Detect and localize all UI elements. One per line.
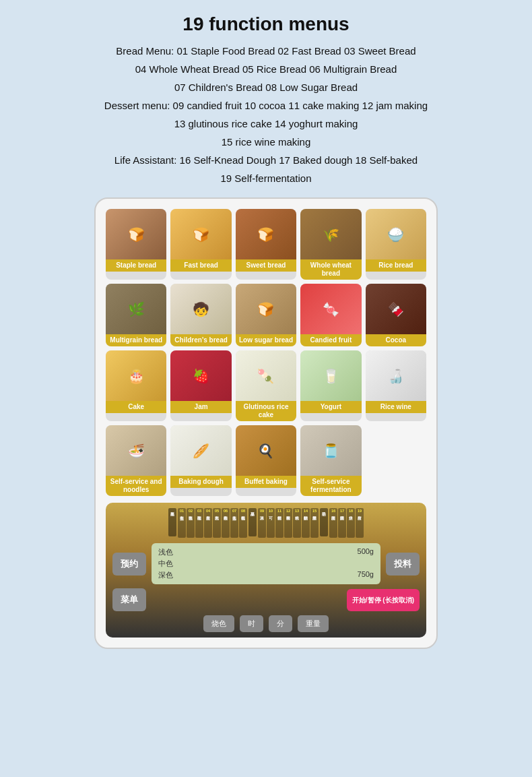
strip-item-1-0[interactable]: 09冰淇淋 (258, 508, 266, 538)
strip-header-0: 面包菜单 (168, 508, 176, 536)
strip-item-0-5[interactable]: 06杂粮面包 (222, 508, 230, 538)
menu-line-8: 19 Self-fermentation (104, 169, 428, 187)
strip-item-0-0[interactable]: 01主食面包 (178, 508, 186, 538)
strip-item-0-6[interactable]: 07儿童面包 (230, 508, 238, 538)
food-item-12: 🍓Jam (170, 350, 231, 421)
strip-item-0-2[interactable]: 03甜味面包 (195, 508, 203, 538)
food-item-8: 🍞Low sugar bread (236, 284, 296, 346)
strip-item-1-5[interactable]: 14酸奶制作 (302, 508, 310, 538)
food-label-3: Sweet bread (236, 259, 296, 272)
strip-item-0-3[interactable]: 04全麦面包 (204, 508, 212, 538)
color-mid: 中色 (158, 559, 173, 569)
food-label-10: Cocoa (366, 334, 426, 346)
strip-item-1-2[interactable]: 11蛋糕制作 (275, 508, 284, 538)
strip-item-1-1[interactable]: 10可可 (267, 508, 275, 538)
display-screen: 浅色 500g 中色 深色 750g (152, 543, 380, 584)
touri-button[interactable]: 投料 (386, 553, 420, 576)
food-label-17: Baking dough (170, 476, 231, 488)
strip-item-0-7[interactable]: 08低糖面包 (239, 508, 247, 538)
menu-strip: 面包菜单01主食面包02快速面包03甜味面包04全麦面包05大米面包06杂粮面包… (112, 508, 420, 538)
strip-item-2-0[interactable]: 16自发面团 (329, 508, 337, 538)
food-item-7: 🧒Children's bread (170, 284, 231, 346)
menu-description: Bread Menu: 01 Staple Food Bread 02 Fast… (104, 42, 428, 187)
food-label-8: Low sugar bread (236, 334, 296, 346)
food-label-18: Buffet baking (236, 476, 296, 488)
weight-1: 500g (358, 547, 374, 557)
food-label-2: Fast bread (170, 259, 231, 272)
bottom-row: 烧色 时 分 重量 (112, 615, 420, 632)
menu-line-5: 13 glutinous rice cake 14 yoghurt making (104, 115, 428, 133)
food-item-18: 🍳Buffet baking (236, 425, 296, 496)
weight-2: 750g (358, 570, 374, 580)
food-label-15: Rice wine (366, 401, 426, 413)
food-item-6: 🌿Multigrain bread (106, 284, 166, 346)
food-item-2: 🍞Fast bread (170, 209, 231, 280)
menu-line-3: 07 Children's Bread 08 Low Sugar Bread (104, 78, 428, 96)
food-item-19: 🫙Self-service fermentation (300, 425, 361, 496)
food-item-14: 🥛Yogurt (300, 350, 361, 421)
strip-header-2: 生活助手 (320, 508, 328, 536)
food-label-12: Jam (170, 401, 231, 413)
food-label-7: Children's bread (170, 334, 231, 346)
food-label-14: Yogurt (300, 401, 361, 413)
food-label-13: Glutinous rice cake (236, 401, 296, 421)
menu-line-4: Dessert menu: 09 candied fruit 10 cocoa … (104, 96, 428, 115)
machine-container: 🍞Staple bread🍞Fast bread🍞Sweet bread🌾Who… (94, 197, 438, 649)
strip-item-2-3[interactable]: 19自发酵 (356, 508, 364, 538)
strip-group-2: 16自发面团17烘焙面团18自烘焙19自发酵 (329, 508, 364, 538)
strip-item-2-2[interactable]: 18自烘焙 (347, 508, 355, 538)
buttons-row-1: 预约 浅色 500g 中色 深色 750g 投料 (112, 543, 420, 584)
yuyue-button[interactable]: 预约 (112, 553, 146, 576)
chongliang-button[interactable]: 重量 (298, 615, 329, 632)
food-label-16: Self-service and noodles (106, 476, 166, 496)
food-label-11: Cake (106, 401, 166, 413)
display-line-mid: 中色 (158, 559, 374, 569)
food-item-5: 🍚Rice bread (366, 209, 426, 280)
food-item-4: 🌾Whole wheat bread (300, 209, 361, 280)
start-button[interactable]: 开始/暂停 (长按取消) (347, 589, 420, 611)
strip-item-1-4[interactable]: 13糯米糕 (293, 508, 301, 538)
food-item-15: 🍶Rice wine (366, 350, 426, 421)
food-grid: 🍞Staple bread🍞Fast bread🍞Sweet bread🌾Who… (106, 209, 426, 496)
food-item-10: 🍫Cocoa (366, 284, 426, 346)
shaose-button[interactable]: 烧色 (203, 615, 234, 632)
strip-item-1-6[interactable]: 15米酒发酵 (310, 508, 319, 538)
strip-item-1-3[interactable]: 12果酱制作 (284, 508, 292, 538)
strip-item-0-4[interactable]: 05大米面包 (213, 508, 221, 538)
menu-line-7: Life Assistant: 16 Self-Knead Dough 17 B… (104, 151, 428, 169)
food-label-9: Candied fruit (300, 334, 361, 346)
menu-line-6: 15 rice wine making (104, 133, 428, 151)
food-item-9: 🍬Candied fruit (300, 284, 361, 346)
display-line-dark: 深色 750g (158, 570, 374, 580)
color-dark: 深色 (158, 570, 173, 580)
food-label-5: Rice bread (366, 259, 426, 272)
food-label-6: Multigrain bread (106, 334, 166, 346)
caidan-button[interactable]: 菜单 (112, 588, 146, 611)
food-item-1: 🍞Staple bread (106, 209, 166, 280)
food-item-3: 🍞Sweet bread (236, 209, 296, 280)
menu-line-2: 04 Whole Wheat Bread 05 Rice Bread 06 Mu… (104, 60, 428, 78)
color-light: 浅色 (158, 547, 173, 557)
food-item-17: 🥖Baking dough (170, 425, 231, 496)
fen-button[interactable]: 分 (269, 615, 292, 632)
strip-group-0: 01主食面包02快速面包03甜味面包04全麦面包05大米面包06杂粮面包07儿童… (178, 508, 247, 538)
food-label-19: Self-service fermentation (300, 476, 361, 496)
display-line-colors: 浅色 500g (158, 547, 374, 557)
buttons-row-2: 菜单 开始/暂停 (长按取消) (112, 588, 420, 611)
shi-button[interactable]: 时 (240, 615, 263, 632)
food-label-4: Whole wheat bread (300, 259, 361, 280)
strip-group-1: 09冰淇淋10可可11蛋糕制作12果酱制作13糯米糕14酸奶制作15米酒发酵 (258, 508, 319, 538)
strip-header-1: 甜品菜单 (248, 508, 257, 536)
control-panel: 面包菜单01主食面包02快速面包03甜味面包04全麦面包05大米面包06杂粮面包… (106, 503, 426, 638)
strip-item-0-1[interactable]: 02快速面包 (187, 508, 195, 538)
menu-line-1: Bread Menu: 01 Staple Food Bread 02 Fast… (104, 42, 428, 60)
food-item-16: 🍜Self-service and noodles (106, 425, 166, 496)
page-title: 19 function menus (182, 13, 349, 35)
food-item-11: 🎂Cake (106, 350, 166, 421)
food-label-1: Staple bread (106, 259, 166, 272)
strip-item-2-1[interactable]: 17烘焙面团 (338, 508, 346, 538)
food-item-13: 🍡Glutinous rice cake (236, 350, 296, 421)
